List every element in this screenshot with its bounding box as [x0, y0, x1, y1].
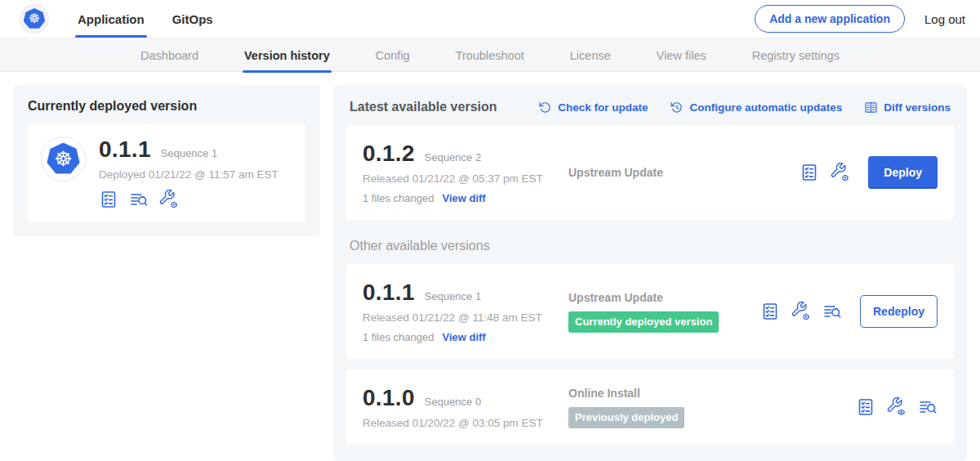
- view-diff-link[interactable]: View diff: [442, 331, 485, 343]
- version-history-panel: Latest available version Check for updat…: [333, 85, 967, 461]
- version-number: 0.1.2: [363, 141, 415, 167]
- app-icon: ☸: [41, 137, 86, 181]
- tab-gitops-label: GitOps: [172, 12, 213, 26]
- check-update-icon: [538, 101, 552, 114]
- version-source-label: Upstream Update: [568, 166, 800, 179]
- latest-available-title: Latest available version: [350, 100, 497, 114]
- redeploy-button[interactable]: Redeploy: [860, 295, 938, 328]
- deployed-timestamp: Deployed 01/21/22 @ 11:57 am EST: [99, 168, 278, 181]
- released-timestamp: Released 01/21/22 @ 11:48 am EST: [363, 311, 568, 324]
- deployed-version-info: 0.1.1 Sequence 1 Deployed 01/21/22 @ 11:…: [99, 137, 278, 209]
- other-available-title: Other available versions: [350, 239, 951, 253]
- app-nav-tabs: Application GitOps: [75, 0, 238, 38]
- release-notes-icon[interactable]: [800, 163, 819, 182]
- diff-versions-icon: [864, 101, 878, 114]
- release-notes-icon[interactable]: [856, 397, 875, 417]
- deploy-logs-icon[interactable]: [129, 190, 149, 209]
- release-notes-icon[interactable]: [99, 190, 118, 209]
- version-card-0-1-0: 0.1.0 Sequence 0 Released 01/20/22 @ 03:…: [346, 369, 954, 445]
- subnav-tab-troubleshoot[interactable]: Troubleshoot: [456, 38, 524, 73]
- auto-update-icon: [670, 101, 684, 114]
- kubernetes-logo[interactable]: ☸: [20, 4, 49, 34]
- released-timestamp: Released 01/21/22 @ 05:37 pm EST: [363, 172, 568, 185]
- deploy-button[interactable]: Deploy: [868, 156, 938, 189]
- version-card-0-1-2: 0.1.2 Sequence 2 Released 01/21/22 @ 05:…: [346, 125, 954, 220]
- check-for-update-link[interactable]: Check for update: [538, 101, 648, 114]
- logout-link[interactable]: Log out: [924, 12, 965, 26]
- edit-config-icon[interactable]: [831, 163, 850, 182]
- version-number: 0.1.0: [363, 385, 415, 411]
- version-card-0-1-1: 0.1.1 Sequence 1 Released 01/21/22 @ 11:…: [346, 264, 954, 359]
- version-source-label: Upstream Update: [568, 291, 760, 304]
- helm-wheel-icon: ☸: [29, 12, 40, 25]
- add-application-button[interactable]: Add a new application: [755, 5, 905, 33]
- sequence-label: Sequence 0: [425, 396, 481, 408]
- tab-application-label: Application: [78, 12, 145, 26]
- deployed-version-number: 0.1.1: [99, 137, 151, 163]
- deployed-version-card: ☸ 0.1.1 Sequence 1 Deployed 01/21/22 @ 1…: [28, 124, 305, 222]
- helm-wheel-icon: ☸: [54, 149, 72, 169]
- diff-versions-link[interactable]: Diff versions: [864, 101, 951, 114]
- subnav-tab-license[interactable]: License: [570, 38, 611, 73]
- configure-automatic-updates-link[interactable]: Configure automatic updates: [670, 101, 842, 114]
- deployed-sequence-label: Sequence 1: [161, 147, 217, 159]
- subnav-tab-version-history[interactable]: Version history: [244, 38, 330, 73]
- tab-application[interactable]: Application: [75, 0, 147, 38]
- previously-deployed-badge: Previously deployed: [568, 407, 684, 428]
- edit-config-icon[interactable]: [791, 302, 811, 321]
- subnav-tab-dashboard[interactable]: Dashboard: [140, 38, 198, 73]
- currently-deployed-title: Currently deployed version: [28, 99, 305, 114]
- kubernetes-heptagon: ☸: [47, 143, 80, 176]
- navbar-right: Add a new application Log out: [755, 5, 965, 33]
- sequence-label: Sequence 1: [425, 290, 481, 302]
- deploy-logs-icon[interactable]: [822, 302, 842, 321]
- edit-config-icon[interactable]: [159, 190, 179, 209]
- main-content: Currently deployed version ☸ 0.1.1 Seque…: [0, 72, 980, 461]
- top-navbar: ☸ Application GitOps Add a new applicati…: [0, 0, 980, 38]
- kubernetes-heptagon: ☸: [24, 8, 46, 29]
- view-config-icon[interactable]: [887, 397, 906, 417]
- deploy-logs-icon[interactable]: [918, 397, 938, 417]
- subnav-tab-registry-settings[interactable]: Registry settings: [752, 38, 840, 73]
- application-subnav: Dashboard Version history Config Trouble…: [0, 38, 980, 72]
- currently-deployed-card: Currently deployed version ☸ 0.1.1 Seque…: [13, 85, 320, 237]
- release-notes-icon[interactable]: [760, 302, 780, 321]
- released-timestamp: Released 01/20/22 @ 03:05 pm EST: [363, 417, 568, 429]
- version-number: 0.1.1: [363, 280, 415, 306]
- currently-deployed-badge: Currently deployed version: [568, 311, 719, 333]
- view-diff-link[interactable]: View diff: [442, 192, 485, 204]
- subnav-tab-view-files[interactable]: View files: [657, 38, 706, 73]
- files-changed-label: 1 files changed: [363, 192, 434, 204]
- tab-gitops[interactable]: GitOps: [170, 0, 216, 38]
- subnav-tab-config[interactable]: Config: [376, 38, 410, 73]
- files-changed-label: 1 files changed: [363, 331, 434, 343]
- sequence-label: Sequence 2: [425, 151, 481, 163]
- version-source-label: Online Install: [568, 387, 856, 400]
